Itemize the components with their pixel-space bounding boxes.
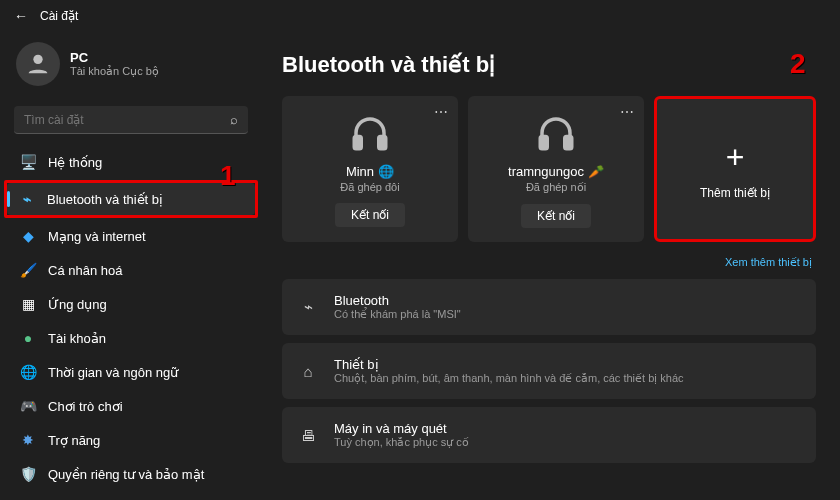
device-card[interactable]: ⋯ tramngungoc 🥕 Đã ghép nối Kết nối xyxy=(468,96,644,242)
setting-subtitle: Có thể khám phá là "MSI" xyxy=(334,308,461,321)
shield-icon: 🛡️ xyxy=(20,466,36,482)
accessibility-icon: ✸ xyxy=(20,432,36,448)
annotation-number-2: 2 xyxy=(790,48,806,80)
search-input[interactable] xyxy=(24,113,230,127)
bluetooth-icon: ⌁ xyxy=(19,191,35,207)
svg-point-0 xyxy=(33,55,42,64)
add-device-label: Thêm thiết bị xyxy=(700,186,770,200)
sidebar-item-label: Chơi trò chơi xyxy=(48,399,242,414)
device-status: Đã ghép nối xyxy=(526,181,586,194)
add-device-card[interactable]: + Thêm thiết bị xyxy=(654,96,816,242)
setting-row-bluetooth[interactable]: ⌁ Bluetooth Có thể khám phá là "MSI" xyxy=(282,279,816,335)
main-content: Bluetooth và thiết bị ⋯ Minn 🌐 Đã ghép đ… xyxy=(262,32,840,500)
sidebar-item-bluetooth[interactable]: ⌁ Bluetooth và thiết bị xyxy=(7,183,255,215)
svg-rect-1 xyxy=(354,137,361,149)
annotation-number-1: 1 xyxy=(220,160,236,192)
sidebar-item-label: Mạng và internet xyxy=(48,229,242,244)
sidebar-item-label: Cá nhân hoá xyxy=(48,263,242,278)
sidebar-item-privacy[interactable]: 🛡️ Quyền riêng tư và bảo mật xyxy=(8,458,254,490)
sidebar-item-label: Hệ thống xyxy=(48,155,242,170)
sidebar-item-network[interactable]: ◆ Mạng và internet xyxy=(8,220,254,252)
profile-subtitle: Tài khoản Cục bộ xyxy=(70,65,159,78)
page-title: Bluetooth và thiết bị xyxy=(282,52,816,78)
svg-rect-3 xyxy=(540,137,547,149)
gaming-icon: 🎮 xyxy=(20,398,36,414)
headphone-icon xyxy=(349,112,391,154)
setting-subtitle: Chuột, bàn phím, bút, âm thanh, màn hình… xyxy=(334,372,684,385)
setting-title: Thiết bị xyxy=(334,357,684,372)
device-badge-icon: 🌐 xyxy=(378,164,394,179)
headphone-icon xyxy=(535,112,577,154)
apps-icon: ▦ xyxy=(20,296,36,312)
profile-block[interactable]: PC Tài khoản Cục bộ xyxy=(8,32,254,102)
device-name: Minn xyxy=(346,164,374,179)
globe-icon: 🌐 xyxy=(20,364,36,380)
avatar xyxy=(16,42,60,86)
search-icon[interactable]: ⌕ xyxy=(230,112,238,127)
sidebar-item-label: Quyền riêng tư và bảo mật xyxy=(48,467,242,482)
network-icon: ◆ xyxy=(20,228,36,244)
bluetooth-icon: ⌁ xyxy=(298,298,318,316)
sidebar-item-accounts[interactable]: ● Tài khoản xyxy=(8,322,254,354)
connect-button[interactable]: Kết nối xyxy=(335,203,405,227)
setting-subtitle: Tuỳ chọn, khắc phục sự cố xyxy=(334,436,469,449)
devices-icon: ⌂ xyxy=(298,363,318,380)
search-box[interactable]: ⌕ xyxy=(14,106,248,134)
profile-name: PC xyxy=(70,50,159,65)
accounts-icon: ● xyxy=(20,330,36,346)
brush-icon: 🖌️ xyxy=(20,262,36,278)
sidebar-item-time-language[interactable]: 🌐 Thời gian và ngôn ngữ xyxy=(8,356,254,388)
plus-icon: + xyxy=(726,139,745,176)
sidebar-item-label: Bluetooth và thiết bị xyxy=(47,192,243,207)
sidebar-item-label: Ứng dụng xyxy=(48,297,242,312)
sidebar-item-label: Thời gian và ngôn ngữ xyxy=(48,365,242,380)
sidebar-item-apps[interactable]: ▦ Ứng dụng xyxy=(8,288,254,320)
setting-title: Bluetooth xyxy=(334,293,461,308)
sidebar-item-personalization[interactable]: 🖌️ Cá nhân hoá xyxy=(8,254,254,286)
sidebar-item-system[interactable]: 🖥️ Hệ thống xyxy=(8,146,254,178)
setting-row-printers[interactable]: 🖶 Máy in và máy quét Tuỳ chọn, khắc phục… xyxy=(282,407,816,463)
device-status: Đã ghép đôi xyxy=(340,181,399,193)
svg-rect-2 xyxy=(379,137,386,149)
svg-rect-4 xyxy=(565,137,572,149)
connect-button[interactable]: Kết nối xyxy=(521,204,591,228)
more-devices-link[interactable]: Xem thêm thiết bị xyxy=(282,256,812,269)
back-icon[interactable]: ← xyxy=(14,8,28,24)
setting-title: Máy in và máy quét xyxy=(334,421,469,436)
sidebar: PC Tài khoản Cục bộ ⌕ 🖥️ Hệ thống ⌁ Blue… xyxy=(0,32,262,500)
sidebar-item-gaming[interactable]: 🎮 Chơi trò chơi xyxy=(8,390,254,422)
device-card[interactable]: ⋯ Minn 🌐 Đã ghép đôi Kết nối xyxy=(282,96,458,242)
device-badge-icon: 🥕 xyxy=(588,164,604,179)
setting-row-devices[interactable]: ⌂ Thiết bị Chuột, bàn phím, bút, âm than… xyxy=(282,343,816,399)
sidebar-item-label: Tài khoản xyxy=(48,331,242,346)
device-name: tramngungoc xyxy=(508,164,584,179)
printer-icon: 🖶 xyxy=(298,427,318,444)
sidebar-item-accessibility[interactable]: ✸ Trợ năng xyxy=(8,424,254,456)
sidebar-item-label: Trợ năng xyxy=(48,433,242,448)
more-icon[interactable]: ⋯ xyxy=(620,104,634,120)
system-icon: 🖥️ xyxy=(20,154,36,170)
more-icon[interactable]: ⋯ xyxy=(434,104,448,120)
window-title: Cài đặt xyxy=(40,9,78,23)
